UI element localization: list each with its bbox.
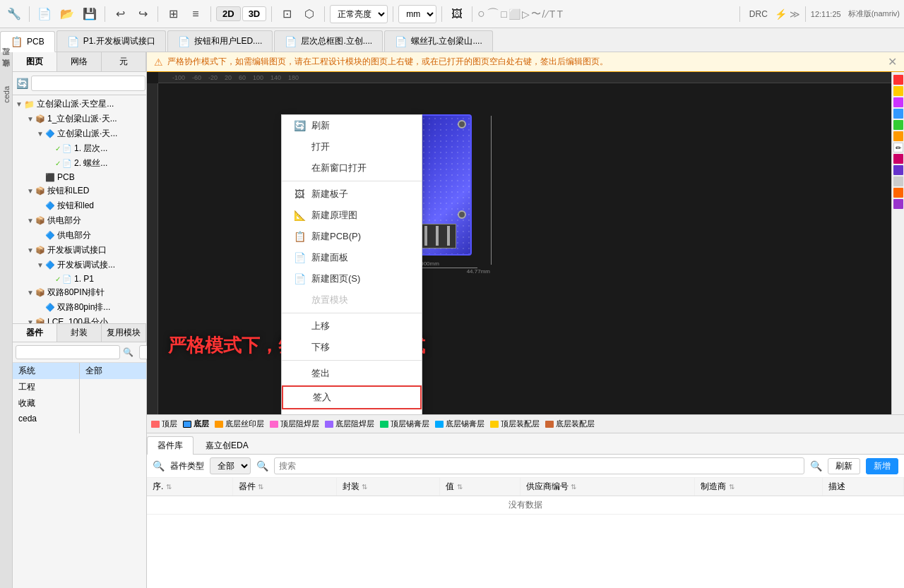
- layer-bot-paste[interactable]: 底层锡膏层: [435, 419, 484, 429]
- color-10[interactable]: [893, 188, 903, 198]
- layer-top-mask[interactable]: 顶层阻焊层: [270, 419, 319, 429]
- cm-clear-signin[interactable]: 清除签出: [282, 411, 422, 414]
- cm-new-page[interactable]: 📄 新建图页(S): [282, 268, 422, 289]
- color-3[interactable]: [893, 97, 903, 107]
- cm-signin[interactable]: 签入: [282, 385, 422, 409]
- all-item[interactable]: 全部: [80, 363, 146, 379]
- warning-close-btn[interactable]: ✕: [888, 55, 897, 68]
- tree-item-2[interactable]: ▼ 🔷 立创梁山派·天...: [13, 126, 146, 141]
- tree-item-p1[interactable]: ✓ 📄 1. P1: [13, 272, 146, 285]
- tab-pcb[interactable]: 📋 PCB: [0, 31, 55, 52]
- app-logo[interactable]: 🔧: [4, 4, 24, 24]
- bt-add-btn[interactable]: 新增: [866, 458, 898, 474]
- cm-open[interactable]: 打开: [282, 136, 422, 157]
- toolbar-wave[interactable]: 〜: [531, 8, 541, 20]
- toolbar-rect[interactable]: □: [501, 8, 506, 20]
- tab-screw[interactable]: 📄 螺丝孔.立创梁山....: [384, 30, 493, 52]
- redo-btn[interactable]: ↪: [133, 4, 153, 24]
- lb-tab-reuse[interactable]: 复用模块: [102, 324, 146, 342]
- list-btn[interactable]: ≡: [186, 4, 206, 24]
- layer-bot-silk[interactable]: 底层丝印层: [215, 419, 264, 429]
- color-8[interactable]: [893, 165, 903, 175]
- cm-new-pcb[interactable]: 📋 新建PCB(P): [282, 226, 422, 247]
- color-6[interactable]: [893, 131, 903, 141]
- tree-item-pcb[interactable]: ⬛ PCB: [13, 171, 146, 184]
- col-supplier[interactable]: 供应商编号 ⇅: [520, 478, 695, 496]
- mode-3d-btn[interactable]: 3D: [242, 6, 267, 21]
- col-seq[interactable]: 序. ⇅: [147, 478, 232, 496]
- left-tab-net[interactable]: 网络: [57, 52, 102, 71]
- favorites-item[interactable]: 收藏: [13, 395, 79, 412]
- new-btn[interactable]: 📄: [35, 4, 54, 24]
- left-search-input[interactable]: [31, 76, 145, 91]
- layer-bot-assembly[interactable]: 底层装配层: [545, 419, 595, 429]
- brightness-select[interactable]: 正常亮度: [330, 5, 388, 23]
- layer-top-assembly[interactable]: 顶层装配层: [490, 419, 540, 429]
- col-component[interactable]: 器件 ⇅: [232, 478, 336, 496]
- layer-bottom[interactable]: 底层: [183, 419, 209, 429]
- unit-select[interactable]: mm: [398, 5, 436, 23]
- lb-tab-component[interactable]: 器件: [13, 324, 57, 342]
- left-tab-element[interactable]: 元: [102, 52, 146, 71]
- cm-checkout[interactable]: 签出: [282, 363, 422, 384]
- toolbar-arc[interactable]: ⌒: [487, 6, 499, 23]
- snap2-btn[interactable]: ⬡: [299, 4, 319, 24]
- tree-item-debug[interactable]: ▼ 📦 开发板调试接口: [13, 243, 146, 258]
- bt-search-input[interactable]: [274, 457, 804, 474]
- refresh-icon[interactable]: 🔄: [16, 78, 28, 89]
- bt-refresh-btn[interactable]: 刷新: [828, 458, 860, 474]
- cm-move-down[interactable]: 下移: [282, 337, 422, 358]
- bt-search-icon[interactable]: 🔍: [153, 460, 165, 472]
- side-tab-favorites[interactable]: 收藏: [0, 68, 13, 79]
- layer-top[interactable]: 顶层: [151, 419, 177, 429]
- toolbar-more[interactable]: ▷: [522, 8, 530, 20]
- filter-search-icon[interactable]: 🔍: [123, 347, 133, 357]
- snap-btn[interactable]: ⊡: [277, 4, 297, 24]
- color-11[interactable]: [893, 199, 903, 209]
- save-btn[interactable]: 💾: [80, 4, 100, 24]
- color-5[interactable]: [893, 120, 903, 130]
- bp-tab-jlceda[interactable]: 嘉立创EDA: [195, 436, 259, 455]
- img-btn[interactable]: 🖼: [447, 4, 467, 24]
- layer-bot-mask[interactable]: 底层阻焊层: [325, 419, 374, 429]
- tree-item-80pin[interactable]: ▼ 📦 双路80PIN排针: [13, 285, 146, 300]
- cm-move-up[interactable]: 上移: [282, 316, 422, 337]
- bt-search-execute[interactable]: 🔍: [810, 460, 822, 472]
- bt-component-type-select[interactable]: 全部: [210, 457, 251, 474]
- tree-item-power2[interactable]: 🔷 供电部分: [13, 228, 146, 243]
- cm-new-panel[interactable]: 📄 新建面板: [282, 247, 422, 268]
- left-tab-page[interactable]: 图页: [13, 52, 57, 71]
- undo-btn[interactable]: ↩: [110, 4, 130, 24]
- canvas-main[interactable]: -100 -60 -20 20 60 100 140 180: [147, 72, 891, 414]
- layer-top-paste[interactable]: 顶层锡膏层: [380, 419, 429, 429]
- toolbar-slash[interactable]: ∕: [546, 8, 547, 20]
- col-manufacturer[interactable]: 制造商 ⇅: [695, 478, 823, 496]
- toolbar-text[interactable]: T: [549, 8, 556, 20]
- color-9[interactable]: [893, 176, 903, 186]
- side-tab-ceda[interactable]: ceda: [1, 80, 12, 109]
- toolbar-line[interactable]: /: [542, 8, 545, 20]
- cm-open-new[interactable]: 在新窗口打开: [282, 157, 422, 179]
- tree-item-1[interactable]: ▼ 📦 1_立创梁山派·天...: [13, 112, 146, 126]
- color-pencil[interactable]: ✏: [893, 143, 903, 152]
- mode-2d-btn[interactable]: 2D: [216, 6, 241, 21]
- tree-item-btnled[interactable]: ▼ 📦 按钮和LED: [13, 184, 146, 198]
- cm-refresh[interactable]: 🔄 刷新: [282, 115, 422, 136]
- tree-item-root[interactable]: ▼ 📁 立创梁山派·天空星...: [13, 97, 146, 112]
- tab-btn-led[interactable]: 📄 按钮和用户LED....: [167, 30, 273, 52]
- tree-item-debug2[interactable]: ▼ 🔷 开发板调试接...: [13, 258, 146, 272]
- tab-p1[interactable]: 📄 P1.开发板调试接口: [56, 30, 166, 52]
- col-description[interactable]: 描述: [822, 478, 903, 496]
- toolbar-settings[interactable]: ≫: [790, 8, 800, 20]
- color-1[interactable]: [893, 75, 903, 85]
- tree-item-lcr[interactable]: ▼ 📦 LCE_100县分小...: [13, 315, 146, 323]
- engineering-item[interactable]: 工程: [13, 379, 79, 395]
- grid-btn[interactable]: ⊞: [163, 4, 183, 24]
- color-2[interactable]: [893, 86, 903, 96]
- lb-tab-package[interactable]: 封装: [57, 324, 102, 342]
- color-4[interactable]: [893, 109, 903, 119]
- tree-item-btnled2[interactable]: 🔷 按钮和led: [13, 198, 146, 213]
- cm-new-board[interactable]: 🖼 新建板子: [282, 184, 422, 205]
- toolbar-circle[interactable]: ○: [477, 6, 485, 21]
- bt-search-icon2[interactable]: 🔍: [256, 460, 268, 472]
